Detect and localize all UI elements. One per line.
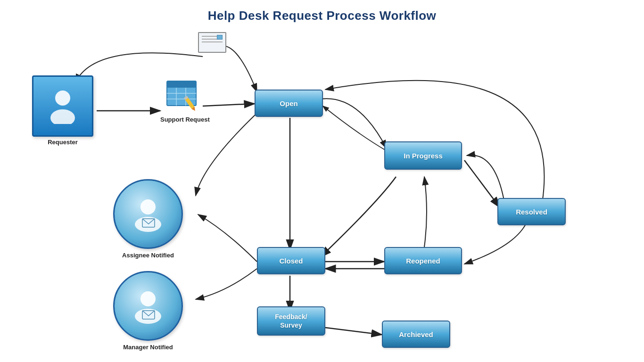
svg-point-24	[140, 291, 156, 306]
support-request-icon	[166, 80, 204, 114]
person-icon	[49, 89, 77, 124]
assignee-notified-node: Assignee Notified	[113, 179, 183, 260]
assignee-notified-label: Assignee Notified	[122, 252, 174, 260]
assignee-person-icon	[129, 195, 167, 233]
svg-line-9	[325, 328, 382, 335]
diagram-container: Help Desk Request Process Workflow	[0, 0, 644, 362]
closed-box: Closed	[257, 247, 325, 274]
feedback-node: Feedback/ Survey	[257, 306, 325, 336]
closed-node: Closed	[257, 247, 325, 274]
manager-person-icon	[129, 287, 167, 325]
svg-line-5	[464, 160, 500, 207]
archieved-box: Archieved	[382, 321, 450, 348]
reopened-box: Reopened	[384, 247, 462, 274]
svg-point-10	[55, 90, 70, 106]
svg-line-3	[203, 104, 255, 106]
page-title: Help Desk Request Process Workflow	[0, 0, 644, 23]
resolved-box: Resolved	[497, 198, 566, 225]
svg-point-21	[140, 199, 156, 214]
resolved-node: Resolved	[497, 198, 566, 225]
support-request-node: Support Request	[160, 80, 210, 123]
email-node	[198, 32, 226, 53]
manager-notified-label: Manager Notified	[123, 344, 173, 352]
svg-point-11	[50, 109, 75, 124]
in-progress-node: In Progress	[384, 141, 462, 170]
support-request-label: Support Request	[160, 116, 210, 123]
feedback-box: Feedback/ Survey	[257, 306, 325, 336]
open-node: Open	[255, 90, 323, 117]
in-progress-box: In Progress	[384, 141, 462, 170]
archieved-node: Archieved	[382, 321, 450, 348]
manager-notified-node: Manager Notified	[113, 271, 183, 352]
envelope-icon	[198, 32, 226, 53]
svg-rect-13	[167, 81, 196, 88]
open-box: Open	[255, 90, 323, 117]
requester-label: Requester	[48, 139, 78, 146]
reopened-node: Reopened	[384, 247, 462, 274]
requester-node: Requester	[32, 75, 93, 146]
